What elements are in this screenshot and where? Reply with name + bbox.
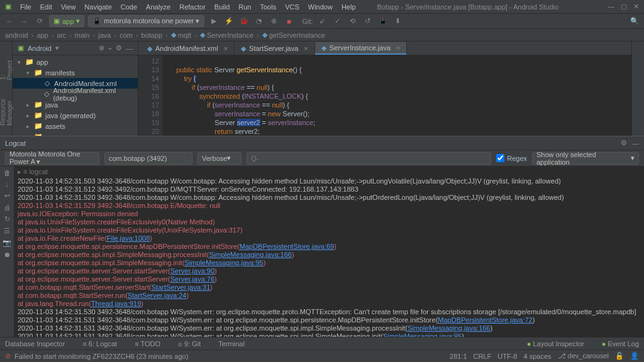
stop-icon[interactable]: ■ (284, 16, 295, 27)
bottom-tool[interactable]: Database Inspector (5, 340, 65, 348)
wrap-icon[interactable]: ↩ (4, 192, 10, 200)
gear-icon[interactable]: ⚙ (621, 139, 627, 147)
git-label: Git: (303, 18, 313, 25)
log-output[interactable]: ▸ ≡ logcat 2020-11-03 14:52:31.503 3492-… (14, 167, 644, 337)
device-filter[interactable]: Motorola Motorola One Power A ▾ (5, 152, 99, 165)
sdk-icon[interactable]: ⬇ (392, 16, 404, 27)
status-message: Failed to start monitoring ZF6223ZCH6 (2… (14, 353, 188, 360)
tree-item[interactable]: ▾📁manifests (13, 67, 138, 78)
hide-icon[interactable]: — (126, 45, 133, 52)
clear-icon[interactable]: 🗑 (4, 169, 11, 177)
breadcrumb-item[interactable]: com (119, 31, 133, 39)
back-icon[interactable]: ← (4, 16, 15, 27)
profile-icon[interactable]: ◔ (253, 16, 265, 27)
code-editor[interactable]: 121314151617181920212223 public static S… (138, 55, 631, 136)
menu-refactor[interactable]: Refactor (179, 3, 206, 11)
tree-item[interactable]: ▸📁res (13, 131, 138, 136)
menu-build[interactable]: Build (214, 3, 230, 11)
git-update-icon[interactable]: ↙ (317, 16, 328, 27)
apply-changes-icon[interactable]: ⚡ (223, 16, 235, 27)
view-mode[interactable]: Android (28, 45, 52, 52)
breadcrumb-item[interactable]: main (75, 31, 90, 39)
process-filter[interactable]: com.botapp (3492) (104, 152, 192, 165)
line-gutter: 121314151617181920212223 (138, 55, 164, 136)
editor-tab[interactable]: ◆StartServer.java× (235, 42, 315, 55)
bottom-tool[interactable]: ● Layout Inspector (527, 340, 584, 348)
project-tool[interactable]: 1: Project (0, 60, 13, 80)
breadcrumb-item[interactable]: botapp (142, 31, 163, 39)
close-icon[interactable]: ✕ (633, 3, 639, 11)
status-bar: ⊘ Failed to start monitoring ZF6223ZCH6 … (0, 349, 644, 362)
breadcrumb-item[interactable]: ◆ ServerInstance (200, 31, 253, 39)
headers-icon[interactable]: ☰ (4, 227, 10, 235)
project-tree[interactable]: ▾📁app▾📁manifests◇AndroidManifest.xml◇And… (13, 55, 138, 136)
search-icon[interactable]: 🔍 (629, 16, 640, 27)
collapse-icon[interactable]: ÷ (108, 45, 112, 52)
editor-tab[interactable]: ◆ServerInstance.java× (315, 42, 408, 55)
bottom-tool[interactable]: ≡ 6: Logcat (82, 340, 117, 348)
maximize-icon[interactable]: ▢ (621, 3, 627, 11)
git-branch[interactable]: ⎇ dev_carousel (558, 352, 609, 360)
lock-icon[interactable]: 🔓 (615, 352, 624, 360)
bottom-tool[interactable]: Terminal (218, 340, 245, 348)
debug-icon[interactable]: 🐞 (238, 16, 250, 27)
line-ending[interactable]: CRLF (474, 353, 492, 360)
target-icon[interactable]: ⊕ (99, 44, 104, 52)
breadcrumb-item[interactable]: ◆ getServerInstance (262, 31, 325, 39)
minimize-icon[interactable]: — (608, 3, 614, 11)
run-icon[interactable]: ▶ (208, 16, 219, 27)
attach-icon[interactable]: ⊕ (269, 16, 280, 27)
menu-edit[interactable]: Edit (40, 3, 52, 11)
log-search-input[interactable]: Q- (247, 152, 491, 165)
bottom-tool[interactable]: ≡ TODO (135, 340, 160, 348)
menu-window[interactable]: Window (308, 3, 333, 11)
restart-icon[interactable]: ↻ (4, 215, 10, 223)
device-selector[interactable]: 📱 motorola motorola one power ▾ (88, 15, 204, 27)
bottom-tool[interactable]: ● Event Log (602, 340, 639, 348)
menu-view[interactable]: View (61, 3, 76, 11)
print-icon[interactable]: 🖨 (4, 204, 11, 211)
app-filter[interactable]: Show only selected application ▾ (532, 152, 639, 165)
tree-item[interactable]: ◇AndroidManifest.xml (debug) (13, 89, 138, 99)
left-tool-strip: 1: Project Resource Manager 7: Structure… (0, 41, 13, 136)
regex-checkbox[interactable]: Regex (496, 154, 527, 162)
sync-icon[interactable]: ⟳ (34, 16, 45, 27)
menu-file[interactable]: File (20, 3, 31, 11)
profiler-icon[interactable]: 👤 (630, 352, 639, 360)
tree-item[interactable]: ▸📁java (generated) (13, 110, 138, 121)
menu-code[interactable]: Code (121, 3, 137, 11)
resource-manager-tool[interactable]: Resource Manager (0, 99, 13, 126)
tree-item[interactable]: ▸📁assets (13, 121, 138, 131)
run-config-selector[interactable]: ▣ app ▾ (49, 15, 84, 27)
bottom-tool[interactable]: ⌾ 9: Git (178, 340, 201, 348)
git-history-icon[interactable]: ⟲ (347, 16, 358, 27)
gear-icon[interactable]: ⚙ (116, 44, 122, 52)
git-commit-icon[interactable]: ✓ (332, 16, 343, 27)
avd-icon[interactable]: 📱 (377, 16, 389, 27)
record-icon[interactable]: ⏺ (4, 251, 11, 258)
git-rollback-icon[interactable]: ↺ (362, 16, 374, 27)
android-icon: ▣ (18, 44, 24, 52)
menu-help[interactable]: Help (341, 3, 356, 11)
tree-item[interactable]: ▾📁app (13, 57, 138, 67)
breadcrumb-item[interactable]: src (57, 31, 66, 39)
breadcrumb-item[interactable]: app (36, 31, 48, 39)
breadcrumb-item[interactable]: java (98, 31, 111, 39)
level-filter[interactable]: Verbose ▾ (197, 152, 242, 165)
main-toolbar: ← → ⟳ ▣ app ▾ 📱 motorola motorola one po… (0, 14, 644, 29)
window-title: Botapp - ServerInstance.java [Botapp.app… (377, 3, 559, 11)
screenshot-icon[interactable]: 📷 (3, 239, 11, 247)
hide-icon[interactable]: — (632, 140, 639, 147)
encoding[interactable]: UTF-8 (497, 353, 517, 360)
scroll-icon[interactable]: ↓ (5, 180, 9, 188)
editor-tab[interactable]: ◆AndroidManifest.xml× (141, 42, 235, 55)
menu-analyze[interactable]: Analyze (146, 3, 170, 11)
breadcrumb-item[interactable]: ◆ mqtt (171, 31, 191, 39)
menu-vcs[interactable]: VCS (285, 3, 299, 11)
menu-tools[interactable]: Tools (260, 3, 276, 11)
breadcrumb-item[interactable]: android (5, 31, 28, 39)
indent[interactable]: 4 spaces (523, 353, 551, 360)
menu-navigate[interactable]: Navigate (84, 3, 111, 11)
menu-run[interactable]: Run (238, 3, 251, 11)
forward-icon[interactable]: → (19, 16, 30, 27)
